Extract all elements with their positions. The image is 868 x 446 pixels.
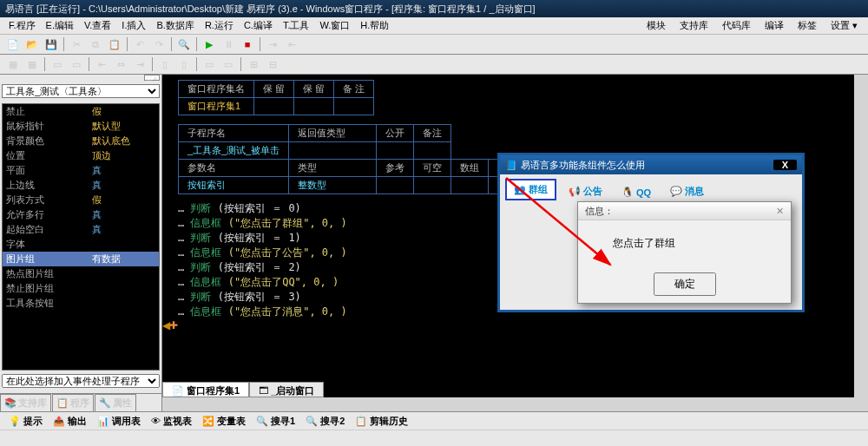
statusbar bbox=[0, 430, 868, 446]
header-table-1: 窗口程序集名保 留保 留备 注 窗口程序集1 bbox=[178, 80, 374, 115]
tb2-btn9-icon[interactable]: ▯ bbox=[175, 56, 193, 73]
app-title: 易语言 [正在运行] - C:\Users\Administrator\Desk… bbox=[5, 3, 536, 14]
msgbox-body: 您点击了群组 bbox=[578, 220, 791, 272]
menu-run[interactable]: R.运行 bbox=[200, 17, 239, 34]
tb2-btn13-icon[interactable]: ⊟ bbox=[264, 56, 281, 73]
property-grid[interactable]: 禁止假鼠标指针默认型背景颜色默认底色位置顶边平面真上边线真列表方式假允许多行真起… bbox=[2, 103, 160, 371]
sidebar: □ × 工具条_测试〈工具条〉 禁止假鼠标指针默认型背景颜色默认底色位置顶边平面… bbox=[0, 75, 162, 411]
popup-title: 易语言多功能条组件怎么使用 bbox=[521, 159, 645, 172]
tb-find-icon[interactable]: 🔍 bbox=[175, 36, 193, 53]
side-tab-lib[interactable]: 📚支持库 bbox=[0, 394, 51, 411]
toolbar-2: ▦ ▦ ▭ ▭ ⇤ ⇔ ⇥ ▯ ▯ ▭ ▭ ⊞ ⊟ bbox=[0, 55, 868, 75]
tb2-btn12-icon[interactable]: ⊞ bbox=[245, 56, 262, 73]
menu-settings[interactable]: 设置 ▾ bbox=[824, 17, 865, 34]
side-tab-prop[interactable]: 🔧属性 bbox=[95, 394, 136, 411]
popup-logo-icon: 📘 bbox=[505, 160, 517, 171]
tb2-align-center-icon[interactable]: ⇔ bbox=[112, 56, 129, 73]
tb2-btn8-icon[interactable]: ▯ bbox=[156, 56, 174, 73]
tb2-btn10-icon[interactable]: ▭ bbox=[201, 56, 218, 73]
tb-copy-icon[interactable]: ⧉ bbox=[87, 36, 104, 53]
bt-output[interactable]: 📤输出 bbox=[48, 415, 92, 428]
bt-hint[interactable]: 💡提示 bbox=[3, 415, 48, 428]
menubar: F.程序 E.编辑 V.查看 I.插入 B.数据库 R.运行 C.编译 T.工具… bbox=[0, 17, 868, 34]
menu-tools[interactable]: T.工具 bbox=[278, 17, 315, 34]
tab-qq[interactable]: 🐧QQ bbox=[615, 184, 658, 200]
hscrollbar[interactable] bbox=[162, 397, 854, 411]
tb-run-icon[interactable]: ▶ bbox=[201, 36, 218, 53]
panel-close-icon[interactable]: □ × bbox=[144, 75, 160, 81]
ed-tab-1[interactable]: 📄 窗口程序集1 bbox=[162, 382, 249, 397]
event-select[interactable]: 在此处选择加入事件处理子程序 bbox=[2, 374, 160, 388]
bt-calltable[interactable]: 📊调用表 bbox=[92, 415, 146, 428]
popup-close-button[interactable]: X bbox=[773, 160, 797, 170]
tb-stop-icon[interactable]: ■ bbox=[239, 36, 256, 53]
tab-group[interactable]: 👥群组 bbox=[505, 179, 556, 200]
tb2-align-right-icon[interactable]: ⇥ bbox=[131, 56, 148, 73]
menu-view[interactable]: V.查看 bbox=[79, 17, 116, 34]
msgbox-title: 信息： bbox=[585, 205, 614, 218]
menu-help[interactable]: H.帮助 bbox=[355, 17, 394, 34]
tb-save-icon[interactable]: 💾 bbox=[43, 36, 60, 53]
tb2-align-left-icon[interactable]: ⇤ bbox=[93, 56, 110, 73]
menu-compile[interactable]: C.编译 bbox=[239, 17, 278, 34]
menu-codelib[interactable]: 代码库 bbox=[715, 17, 758, 34]
tb2-btn1-icon[interactable]: ▦ bbox=[4, 56, 22, 73]
menu-db[interactable]: B.数据库 bbox=[151, 17, 199, 34]
header-table-2: 子程序名返回值类型公开备注 _工具条_测试_被单击 参数名类型参考可空数组备注 … bbox=[178, 124, 526, 194]
bt-vars[interactable]: 🔀变量表 bbox=[197, 415, 251, 428]
menu-edit[interactable]: E.编辑 bbox=[41, 17, 79, 34]
tb-stepout-icon[interactable]: ⇤ bbox=[283, 36, 300, 53]
bt-watch[interactable]: 👁监视表 bbox=[146, 415, 197, 428]
menu-tags[interactable]: 标签 bbox=[791, 17, 824, 34]
tb-open-icon[interactable]: 📂 bbox=[23, 36, 41, 53]
message-box: 信息： ✕ 您点击了群组 确定 bbox=[577, 201, 792, 304]
vscrollbar[interactable] bbox=[854, 75, 868, 411]
toolbar-1: 📄 📂 💾 ✂ ⧉ 📋 ↶ ↷ 🔍 ▶ ⏸ ■ ⇥ ⇤ bbox=[0, 34, 868, 55]
msgbox-close-icon[interactable]: ✕ bbox=[776, 206, 784, 217]
tb2-btn4-icon[interactable]: ▭ bbox=[68, 56, 85, 73]
bt-find2[interactable]: 🔍搜寻2 bbox=[300, 415, 350, 428]
menu-file[interactable]: F.程序 bbox=[3, 17, 41, 34]
tab-msg[interactable]: 💬消息 bbox=[663, 182, 711, 200]
ed-tab-2[interactable]: 🗔 _启动窗口 bbox=[249, 382, 324, 397]
bt-find1[interactable]: 🔍搜寻1 bbox=[251, 415, 300, 428]
tb-cut-icon[interactable]: ✂ bbox=[68, 36, 85, 53]
msgbox-ok-button[interactable]: 确定 bbox=[654, 272, 716, 296]
gutter: ◀ ✚ bbox=[162, 75, 176, 411]
tab-notice[interactable]: 📢公告 bbox=[562, 182, 609, 200]
tb2-btn3-icon[interactable]: ▭ bbox=[49, 56, 66, 73]
tb2-btn2-icon[interactable]: ▦ bbox=[23, 56, 41, 73]
menu-compile2[interactable]: 编译 bbox=[758, 17, 791, 34]
bottom-panel-tabs: 💡提示 📤输出 📊调用表 👁监视表 🔀变量表 🔍搜寻1 🔍搜寻2 📋剪辑历史 bbox=[0, 411, 868, 430]
component-select[interactable]: 工具条_测试〈工具条〉 bbox=[2, 84, 160, 98]
tb-paste-icon[interactable]: 📋 bbox=[106, 36, 123, 53]
menu-insert[interactable]: I.插入 bbox=[116, 17, 151, 34]
menu-window[interactable]: W.窗口 bbox=[314, 17, 355, 34]
tb2-btn11-icon[interactable]: ▭ bbox=[220, 56, 237, 73]
menu-lib[interactable]: 支持库 bbox=[673, 17, 715, 34]
tb-new-icon[interactable]: 📄 bbox=[4, 36, 22, 53]
side-tab-prog[interactable]: 📋程序 bbox=[52, 394, 94, 411]
bt-clip[interactable]: 📋剪辑历史 bbox=[350, 415, 413, 428]
tb-step-icon[interactable]: ⇥ bbox=[264, 36, 281, 53]
tb-redo-icon[interactable]: ↷ bbox=[150, 36, 168, 53]
tb-undo-icon[interactable]: ↶ bbox=[131, 36, 148, 53]
tb-pause-icon[interactable]: ⏸ bbox=[220, 36, 237, 53]
menu-module[interactable]: 模块 bbox=[640, 17, 673, 34]
